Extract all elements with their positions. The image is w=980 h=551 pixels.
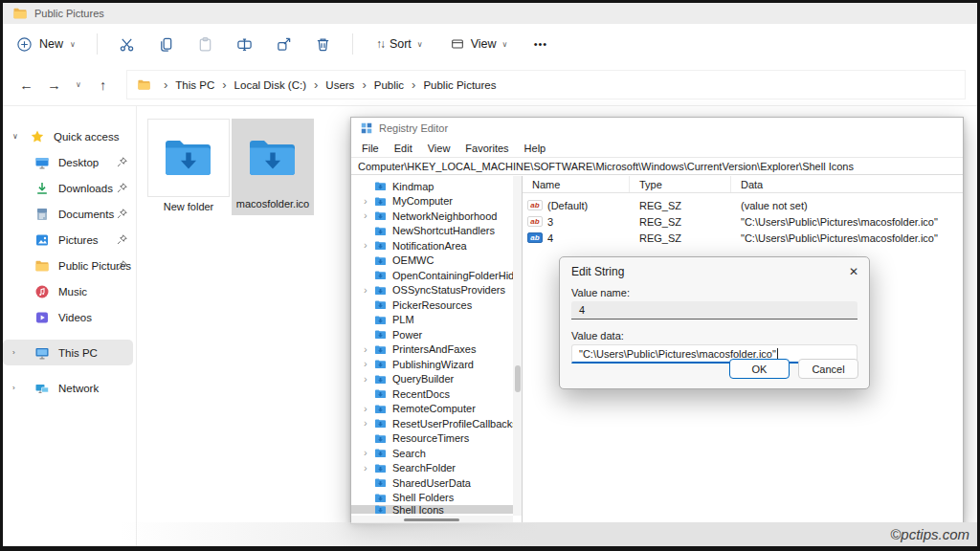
regedit-menu-item[interactable]: View <box>420 143 458 154</box>
sidebar-item-quick-access[interactable]: ∨ Quick access <box>3 123 136 149</box>
share-button[interactable] <box>264 36 303 53</box>
rename-button[interactable] <box>225 36 264 53</box>
registry-value-row[interactable]: (Default) REG_SZ (value not set) <box>523 197 963 213</box>
file-tile-new-folder[interactable]: New folder <box>147 119 230 212</box>
chevron-expand-icon[interactable]: › <box>364 344 374 355</box>
chevron-expand-icon[interactable]: › <box>364 210 374 221</box>
registry-tree-item[interactable]: › Search <box>351 446 522 461</box>
registry-tree-item[interactable]: › ResetUserProfileCallbacks <box>351 416 522 431</box>
registry-tree-item[interactable]: › OpenContainingFolderHidde <box>351 268 522 283</box>
chevron-expand-icon[interactable]: › <box>364 359 374 369</box>
registry-tree-item[interactable]: › SharedUserData <box>351 475 522 491</box>
back-button[interactable]: ← <box>14 77 38 93</box>
scrollbar-thumb[interactable] <box>515 365 521 392</box>
regedit-menu-item[interactable]: Help <box>517 143 554 154</box>
address-bar[interactable]: › This PC › Local Disk (C:) › Users › Pu… <box>126 70 966 99</box>
value-type: REG_SZ <box>630 216 731 228</box>
breadcrumb-item[interactable]: › This PC <box>156 77 214 92</box>
sidebar-item-network[interactable]: › Network <box>3 375 136 401</box>
scrollbar-thumb[interactable] <box>404 518 459 521</box>
see-more-button[interactable]: ••• <box>521 38 560 50</box>
sidebar-item-this-pc[interactable]: › This PC <box>3 340 133 365</box>
cut-button[interactable] <box>107 36 146 53</box>
regedit-menu-item[interactable]: File <box>354 143 387 154</box>
sidebar-item-label: This PC <box>58 347 98 359</box>
registry-tree-item[interactable]: › OSSyncStatusProviders <box>351 283 522 298</box>
chevron-right-icon: › <box>222 77 226 92</box>
value-data-text: "C:\Users\Public\Pictures\macosfolder.ic… <box>579 348 776 360</box>
chevron-expand-icon[interactable]: › <box>364 463 374 474</box>
registry-tree-item[interactable]: › PublishingWizard <box>351 357 522 372</box>
copy-button[interactable] <box>146 36 186 53</box>
registry-tree-item[interactable]: › NotificationArea <box>351 238 522 253</box>
value-name-field: 4 <box>571 301 858 320</box>
registry-tree-item[interactable]: › NetworkNeighborhood <box>351 209 522 224</box>
sidebar-item-public-pictures[interactable]: Public Pictures <box>3 253 136 278</box>
chevron-expand-icon[interactable]: › <box>364 285 374 296</box>
column-header-type[interactable]: Type <box>630 176 731 192</box>
breadcrumb-item[interactable]: › Local Disk (C:) <box>214 77 306 92</box>
registry-tree-item[interactable]: › ResourceTimers <box>351 431 522 447</box>
forward-button[interactable]: → <box>42 77 66 93</box>
cancel-button[interactable]: Cancel <box>798 359 858 379</box>
registry-value-row[interactable]: 3 REG_SZ "C:\Users\Public\Pictures\macos… <box>523 213 963 230</box>
registry-tree-item[interactable]: › RecentDocs <box>351 386 522 402</box>
registry-tree-item[interactable]: › SearchFolder <box>351 461 522 476</box>
desktop-frame: Public Pictures New ∨ <box>3 3 977 546</box>
ok-button[interactable]: OK <box>729 359 790 379</box>
tree-vertical-scrollbar[interactable] <box>513 176 522 516</box>
registry-tree-item[interactable]: › PLM <box>351 313 522 328</box>
registry-tree-item[interactable]: › QueryBuilder <box>351 372 522 387</box>
regedit-address-bar[interactable]: Computer\HKEY_LOCAL_MACHINE\SOFTWARE\Mic… <box>351 157 963 175</box>
registry-tree-item[interactable]: › MyComputer <box>351 194 522 209</box>
sidebar-item-downloads[interactable]: Downloads <box>3 175 136 201</box>
breadcrumb-item[interactable]: › Users <box>306 77 354 92</box>
registry-tree-item[interactable]: › Kindmap <box>351 179 522 194</box>
chevron-right-icon[interactable]: › <box>12 384 15 392</box>
column-header-data[interactable]: Data <box>731 176 963 192</box>
registry-tree-item[interactable]: › Power <box>351 327 522 342</box>
registry-tree-item[interactable]: › RemoteComputer <box>351 402 522 417</box>
chevron-expand-icon[interactable]: › <box>364 374 374 385</box>
chevron-right-icon[interactable]: › <box>12 348 15 357</box>
registry-value-row[interactable]: 4 REG_SZ "C:\Users\Public\Pictures\macos… <box>523 230 963 246</box>
column-header-name[interactable]: Name <box>523 176 630 192</box>
registry-tree-item[interactable]: › OEMWC <box>351 253 522 269</box>
up-button[interactable]: ↑ <box>91 77 115 93</box>
chevron-expand-icon[interactable]: › <box>364 448 374 458</box>
chevron-expand-icon[interactable]: › <box>364 404 374 414</box>
sidebar-item-pictures[interactable]: Pictures <box>3 227 136 253</box>
registry-key-folder-icon <box>374 433 388 444</box>
registry-key-folder-icon <box>374 255 388 266</box>
chevron-expand-icon[interactable]: › <box>364 418 374 429</box>
registry-tree-item[interactable]: › Shell Icons <box>351 505 522 514</box>
registry-tree-item[interactable]: › NewShortcutHandlers <box>351 224 522 239</box>
sidebar-item-videos[interactable]: Videos <box>3 304 136 330</box>
close-icon[interactable]: ✕ <box>849 265 858 278</box>
new-button[interactable]: New ∨ <box>16 36 76 53</box>
sidebar-gap <box>3 330 136 340</box>
sidebar-item-music[interactable]: Music <box>3 278 136 304</box>
registry-tree-item[interactable]: › PrintersAndFaxes <box>351 342 522 358</box>
edit-string-dialog: Edit String ✕ Value name: 4 Value data: … <box>559 256 870 389</box>
file-tile-macosfolder-ico[interactable]: macosfolder.ico <box>232 119 314 215</box>
watermark: ©pctips.com <box>3 522 977 546</box>
sort-button[interactable]: ↑↓ Sort ∨ <box>376 37 423 51</box>
pin-icon <box>116 208 128 220</box>
registry-tree-item[interactable]: › PickerResources <box>351 298 522 313</box>
chevron-down-icon[interactable]: ∨ <box>12 132 18 141</box>
chevron-expand-icon[interactable]: › <box>364 240 374 251</box>
recent-locations-button[interactable]: ∨ <box>70 80 87 89</box>
regedit-menu-item[interactable]: Favorites <box>457 143 516 154</box>
view-button[interactable]: View ∨ <box>450 36 508 52</box>
delete-button[interactable] <box>303 36 343 53</box>
registry-tree-item[interactable]: › Shell Folders <box>351 491 522 506</box>
pin-icon <box>116 182 128 194</box>
sidebar-item-documents[interactable]: Documents <box>3 201 136 227</box>
sidebar-item-desktop[interactable]: Desktop <box>3 149 136 175</box>
breadcrumb-item[interactable]: › Public <box>354 77 404 92</box>
chevron-expand-icon[interactable]: › <box>364 196 374 207</box>
regedit-menu-item[interactable]: Edit <box>387 143 420 154</box>
breadcrumb-item[interactable]: › Public Pictures <box>404 77 496 92</box>
file-explorer-window: Public Pictures New ∨ <box>3 3 977 106</box>
